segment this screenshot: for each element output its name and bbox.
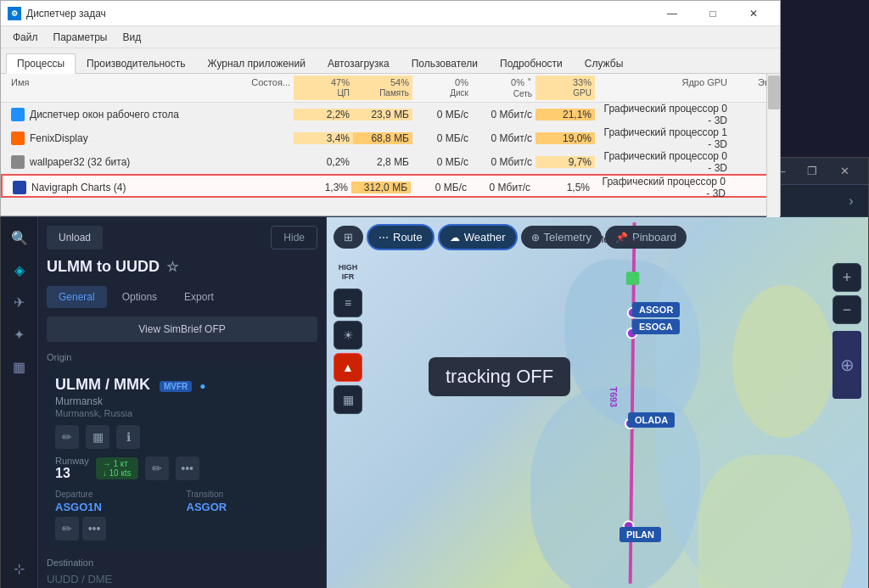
nav-icon-boards[interactable]: ▦: [4, 351, 35, 382]
telemetry-icon: ⊕: [531, 232, 540, 244]
tm-row-wallpaper[interactable]: wallpaper32 (32 бита) 0,2% 2,8 МБ 0 МБ/с…: [1, 150, 780, 174]
nav-icon-airports[interactable]: ✦: [4, 319, 35, 350]
tm-maximize-btn[interactable]: □: [693, 1, 732, 26]
tracking-tooltip: tracking OFF: [429, 357, 570, 396]
tracking-tooltip-text: tracking OFF: [446, 366, 553, 387]
tm-row-navigraph[interactable]: Navigraph Charts (4) 1,3% 312,0 МБ 0 МБ/…: [1, 174, 780, 198]
th-cpu[interactable]: 47%ЦП: [294, 76, 353, 100]
map-right-tools: + − ⊕: [833, 263, 861, 399]
th-gpu[interactable]: 33%GPU: [535, 76, 595, 100]
weather-icon: ☁: [450, 232, 460, 244]
wp-label-asgor: ASGOR: [632, 302, 680, 317]
tm-titlebar: ⚙ Диспетчер задач — □ ✕: [1, 1, 780, 26]
origin-wx-dot: ●: [199, 380, 205, 392]
process-icon-navigraph: [13, 181, 26, 194]
sidebar-tab-export[interactable]: Export: [172, 286, 226, 308]
tm-menu-file[interactable]: Файл: [6, 30, 45, 45]
departure-actions: ✏ •••: [55, 517, 178, 540]
map-compass-rose[interactable]: ⊕: [833, 331, 861, 399]
runway-label-text: Runway: [55, 456, 89, 466]
tm-tab-details[interactable]: Подробности: [489, 53, 574, 74]
row0-disk: 0 МБ/с: [412, 109, 472, 120]
th-gpu-engine[interactable]: Ядро GPU: [595, 76, 731, 100]
origin-info-btn[interactable]: ℹ: [116, 425, 140, 449]
row3-net: 0 Мбит/с: [470, 182, 534, 193]
process-name-navigraph: Navigraph Charts (4): [31, 182, 126, 193]
tm-row-deskmanager[interactable]: Диспетчер окон рабочего стола 2,2% 23,9 …: [1, 103, 780, 126]
tm-menu-params[interactable]: Параметры: [47, 30, 115, 45]
th-disk[interactable]: 0%Диск: [412, 76, 472, 100]
destination-placeholder: UUDD / DME: [47, 573, 317, 585]
process-icon-wallpaper: [11, 155, 25, 169]
map-zoom-out-btn[interactable]: −: [833, 295, 861, 324]
runway-speed: → 1 кт: [103, 459, 132, 468]
tm-close-btn[interactable]: ✕: [734, 1, 773, 26]
hide-button[interactable]: Hide: [271, 226, 317, 249]
th-memory[interactable]: 54%Память: [353, 76, 412, 100]
row0-mem: 23,9 МБ: [353, 109, 412, 120]
map-tab-route-btn[interactable]: ⋯ Route: [367, 224, 434, 250]
nav-icon-chart[interactable]: ◈: [4, 255, 35, 285]
tm-table-header: Имя Состоя... 47%ЦП 54%Память 0%Диск 0% …: [1, 74, 780, 103]
origin-actions: ✏ ▦ ℹ: [55, 425, 309, 449]
runway-more-btn[interactable]: •••: [176, 456, 199, 480]
origin-id-text: ULMM / MMK: [55, 376, 150, 393]
row2-net: 0 Мбит/с: [472, 156, 535, 168]
process-name-fenix: FenixDisplay: [30, 132, 88, 144]
tm-menubar: Файл Параметры Вид: [1, 26, 780, 48]
sidebar-top-row: Unload Hide: [47, 226, 317, 249]
sidebar-tabs: General Options Export: [47, 286, 317, 308]
row2-gpuengine: Графический процессор 0 - 3D: [595, 150, 731, 174]
nav-more-btn[interactable]: ›: [839, 189, 863, 213]
sidebar-tab-options[interactable]: Options: [110, 286, 169, 308]
tm-menu-view[interactable]: Вид: [115, 30, 148, 45]
star-icon[interactable]: ☆: [166, 259, 178, 275]
map-tool-layers-btn[interactable]: ≡: [334, 288, 362, 317]
map-tool-photo-btn[interactable]: ▦: [334, 385, 362, 414]
tm-tab-services[interactable]: Службы: [574, 53, 634, 74]
tm-tab-apphistory[interactable]: Журнал приложений: [197, 53, 317, 74]
sidebar-tab-general[interactable]: General: [47, 286, 107, 308]
departure-value: ASGO1N: [55, 501, 178, 513]
tm-minimize-btn[interactable]: —: [653, 1, 692, 26]
row0-gpu: 21,1%: [535, 109, 595, 120]
row3-mem: 312,0 МБ: [351, 182, 411, 193]
runway-row: Runway 13 → 1 кт ↓ 10 кts ✏ •••: [55, 456, 309, 481]
th-name[interactable]: Имя: [8, 76, 226, 100]
nav-maximize-btn[interactable]: ❐: [797, 160, 827, 183]
origin-chart-btn[interactable]: ▦: [86, 425, 109, 449]
mvfr-badge: MVFR: [160, 381, 192, 392]
dep-more-btn[interactable]: •••: [82, 517, 106, 540]
transition-label: Transition: [187, 490, 310, 499]
row1-mem: 68,8 МБ: [353, 132, 412, 144]
nav-left-iconbar: 🔍 ◈ ✈ ✦ ▦ ⊹: [1, 217, 38, 588]
origin-edit-btn[interactable]: ✏: [55, 425, 79, 449]
unload-button[interactable]: Unload: [47, 226, 103, 249]
map-tool-brightness-btn[interactable]: ☀: [334, 321, 362, 350]
transition-value: ASGOR: [187, 501, 310, 513]
tm-row-fenix[interactable]: FenixDisplay 3,4% 68,8 МБ 0 МБ/с 0 Мбит/…: [1, 126, 780, 150]
runway-edit-btn[interactable]: ✏: [145, 456, 169, 480]
tm-tab-startup[interactable]: Автозагрузка: [317, 53, 401, 74]
map-tab-grid-btn[interactable]: ⊞: [334, 226, 363, 249]
tm-scrollbar[interactable]: [766, 74, 780, 217]
view-simbrief-button[interactable]: View SimBrief OFP: [47, 316, 317, 342]
tm-tab-users[interactable]: Пользователи: [401, 53, 489, 74]
navigraph-window: Navigraph Charts — ❐ ✕ ‹ ULMM RW13 ASGO1…: [0, 157, 869, 588]
map-tab-weather-btn[interactable]: ☁ Weather: [438, 224, 518, 250]
th-status[interactable]: Состоя...: [226, 76, 294, 100]
tm-tab-processes[interactable]: Процессы: [6, 53, 76, 74]
nav-icon-layers[interactable]: ✈: [4, 287, 35, 317]
map-tool-track-btn[interactable]: ▲: [334, 353, 362, 382]
tm-tab-performance[interactable]: Производительность: [76, 53, 196, 74]
nav-close-btn[interactable]: ✕: [829, 160, 860, 183]
nav-map[interactable]: T693 Murmansk ASGOR ESOGA OLADA PILAN ⊞ …: [327, 217, 868, 588]
transition-box: Transition ASGOR: [187, 490, 310, 540]
dep-edit-btn[interactable]: ✏: [55, 517, 79, 540]
nav-icon-waypoints[interactable]: ⊹: [4, 553, 35, 584]
map-zoom-in-btn[interactable]: +: [833, 263, 861, 292]
th-network[interactable]: 0% ˅Сеть: [472, 76, 535, 100]
nav-icon-search[interactable]: 🔍: [4, 222, 35, 253]
route-title: ULMM to UUDD ☆: [47, 258, 317, 276]
process-icon-fenix: [11, 132, 25, 145]
